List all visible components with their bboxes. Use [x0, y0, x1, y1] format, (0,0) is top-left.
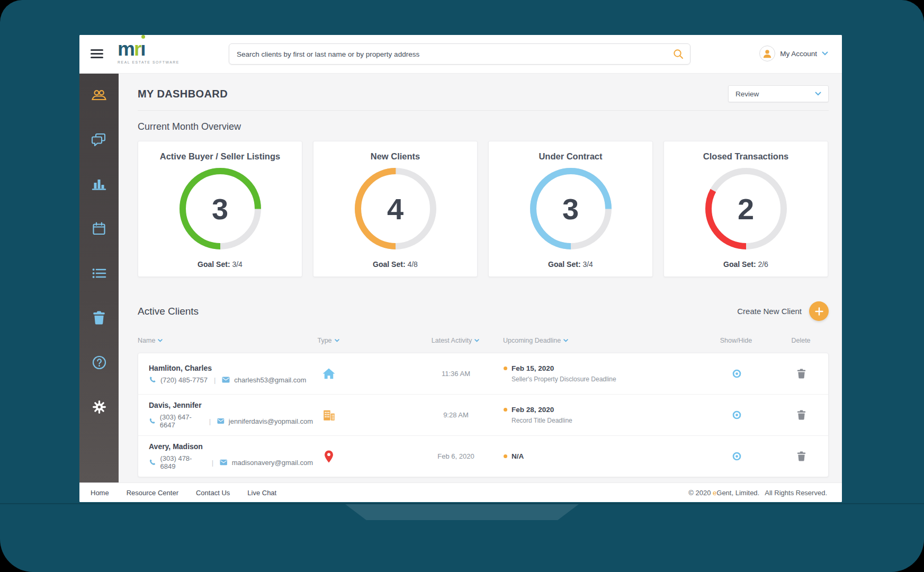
envelope-icon [222, 377, 230, 383]
deadline-cell: Feb 15, 2020 Seller's Property Disclosur… [504, 364, 699, 383]
progress-ring-wrap: 3 [178, 167, 262, 251]
app-footer: Home Resource Center Contact Us Live Cha… [79, 482, 842, 502]
client-name: Davis, Jennifer [149, 401, 313, 409]
client-name: Hamliton, Charles [149, 364, 313, 372]
progress-ring-wrap: 3 [529, 167, 613, 251]
create-new-client-label: Create New Client [737, 307, 802, 316]
show-hide-cell [699, 451, 774, 461]
deadline-date-line: Feb 15, 2020 [504, 364, 699, 372]
sidebar-item-clients[interactable] [79, 73, 119, 118]
overview-cards: Active Buyer / Seller Listings 3 Goal Se… [138, 141, 829, 277]
deadline-dot-icon [504, 454, 507, 458]
bar-chart-icon [92, 178, 106, 191]
sort-chevron-icon [335, 339, 339, 342]
client-contact: (303) 647-6647 | jenniferdavis@yopmail.c… [149, 413, 313, 429]
stat-card-under-contract: Under Contract 3 Goal Set: 3/4 [488, 141, 653, 277]
page-header: MY DASHBOARD Review [138, 85, 829, 103]
footer-link-live-chat[interactable]: Live Chat [247, 489, 276, 497]
main-content: MY DASHBOARD Review Current Month Overvi… [119, 73, 842, 483]
goal-value: 3/4 [582, 260, 593, 269]
chevron-down-icon [822, 51, 828, 56]
stat-card-title: Active Buyer / Seller Listings [138, 151, 302, 162]
stat-card-title: Closed Transactions [664, 151, 828, 162]
my-account-button[interactable]: My Account [759, 46, 828, 61]
footer-link-contact-us[interactable]: Contact Us [196, 489, 230, 497]
delete-trash-icon[interactable] [797, 410, 806, 420]
deadline-cell: Feb 28, 2020 Record Title Deadline [504, 406, 699, 424]
footer-link-resource-center[interactable]: Resource Center [127, 489, 178, 497]
envelope-icon [220, 459, 227, 466]
sidebar-item-calendar[interactable] [79, 207, 119, 251]
client-row[interactable]: Hamliton, Charles (720) 485-7757 | [138, 353, 828, 394]
footer-links: Home Resource Center Contact Us Live Cha… [91, 489, 276, 497]
latest-activity: Feb 6, 2020 [345, 452, 504, 460]
trash-icon [93, 311, 105, 325]
search-input[interactable] [229, 43, 690, 65]
client-type-cell [313, 450, 345, 463]
delete-cell [774, 451, 829, 461]
sidebar-item-settings[interactable] [79, 385, 119, 429]
mri-logo: mrı REAL ESTATE SOFTWARE [118, 39, 180, 65]
sort-chevron-icon [563, 339, 568, 342]
sidebar-item-messages[interactable] [79, 118, 119, 162]
laptop-seam [0, 503, 924, 504]
column-header-name[interactable]: Name [138, 337, 312, 344]
client-phone: (720) 485-7757 [160, 376, 208, 384]
clients-table-header: Name Type Latest Activity Upcoming Deadl… [138, 337, 829, 344]
progress-ring-wrap: 4 [354, 167, 437, 251]
progress-ring-wrap: 2 [704, 167, 788, 251]
create-new-client-button[interactable]: Create New Client [737, 301, 829, 321]
delete-trash-icon[interactable] [797, 451, 806, 461]
page-title: MY DASHBOARD [138, 88, 228, 100]
deadline-note: Record Title Deadline [504, 417, 699, 424]
footer-link-home[interactable]: Home [91, 489, 109, 497]
deadline-date-line: Feb 28, 2020 [504, 406, 699, 414]
app-window: mrı REAL ESTATE SOFTWARE M [79, 35, 842, 502]
goal-value: 4/8 [407, 260, 417, 269]
deadline-date-line: N/A [504, 452, 699, 460]
goal-value: 3/4 [232, 260, 242, 269]
separator: | [209, 417, 211, 425]
delete-trash-icon[interactable] [797, 369, 806, 379]
sidebar-item-reports[interactable] [79, 162, 119, 207]
logo-letter-m: m [118, 38, 134, 60]
show-hide-cell [699, 410, 774, 420]
stat-card-title: New Clients [313, 151, 477, 162]
stat-value: 3 [178, 167, 262, 251]
delete-cell [774, 410, 829, 420]
column-header-latest-activity[interactable]: Latest Activity [344, 337, 503, 344]
client-type-cell [313, 408, 345, 422]
sidebar-item-help[interactable] [79, 340, 119, 385]
calendar-icon [92, 222, 106, 236]
goal-label: Goal Set [373, 260, 403, 269]
hamburger-menu-icon[interactable] [91, 49, 103, 58]
clients-table: Hamliton, Charles (720) 485-7757 | [138, 353, 829, 477]
stat-card-active-listings: Active Buyer / Seller Listings 3 Goal Se… [138, 141, 302, 277]
show-hide-eye-icon[interactable] [732, 369, 742, 379]
deadline-dot-icon [504, 367, 507, 370]
topbar: mrı REAL ESTATE SOFTWARE M [79, 35, 842, 74]
deadline-dot-icon [504, 408, 507, 412]
sidebar-nav [79, 73, 119, 483]
column-header-type[interactable]: Type [312, 337, 344, 344]
envelope-icon [217, 418, 225, 424]
house-icon [322, 367, 336, 381]
client-phone: (303) 647-6647 [160, 413, 203, 429]
column-header-upcoming-deadline[interactable]: Upcoming Deadline [503, 337, 699, 344]
sidebar-item-tasks[interactable] [79, 251, 119, 296]
separator: | [214, 376, 216, 384]
rights-text: All Rights Reserved. [765, 489, 827, 497]
column-header-delete: Delete [773, 337, 829, 344]
show-hide-eye-icon[interactable] [732, 451, 742, 461]
review-dropdown[interactable]: Review [728, 85, 829, 102]
search-bar [229, 43, 690, 65]
search-icon[interactable] [672, 48, 684, 62]
logo-letter-r: r [134, 38, 140, 60]
sidebar-item-trash[interactable] [79, 296, 119, 340]
show-hide-eye-icon[interactable] [732, 410, 742, 420]
laptop-mockup: mrı REAL ESTATE SOFTWARE M [0, 0, 924, 572]
client-row[interactable]: Avery, Madison (303) 478-6849 | ma [138, 435, 828, 477]
client-row[interactable]: Davis, Jennifer (303) 647-6647 | j [138, 394, 828, 435]
logo-letter-i: ı [140, 39, 145, 59]
help-icon [92, 355, 106, 370]
